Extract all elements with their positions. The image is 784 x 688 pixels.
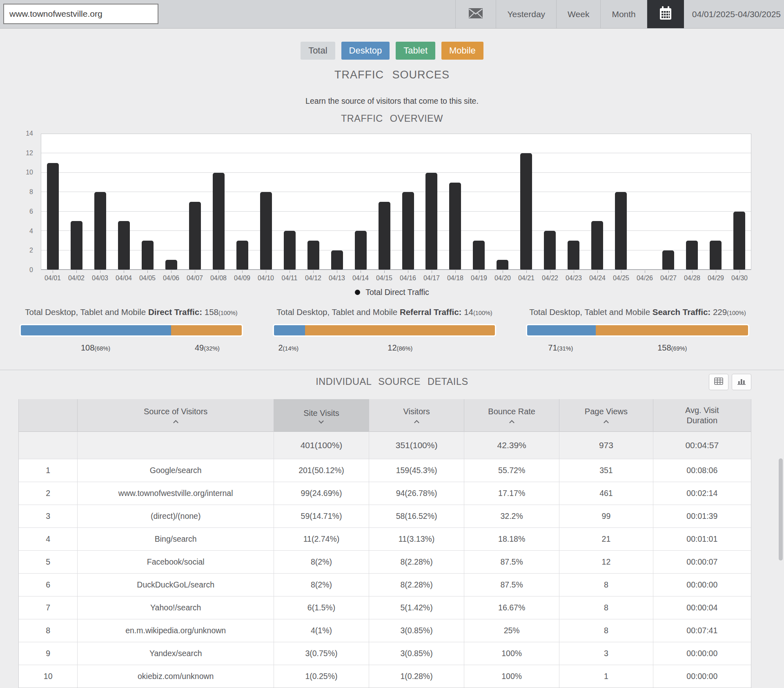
bar-04/14 (355, 231, 367, 270)
summary-segment (596, 325, 748, 335)
cell: 99 (559, 505, 653, 527)
bar-slot (89, 134, 112, 270)
bar-slot (443, 134, 467, 270)
summary-split-bar (526, 324, 749, 337)
page-title: TRAFFIC SOURCES (0, 69, 784, 81)
traffic-summaries: Total Desktop, Tablet and Mobile Direct … (20, 307, 749, 353)
bar-04/08 (213, 173, 225, 270)
range-button-month[interactable]: Month (600, 0, 646, 28)
x-tick-label: 04/07 (183, 270, 207, 282)
bar-04/22 (544, 231, 556, 270)
segment-pct: (69%) (671, 345, 687, 352)
cell: 159(45.3%) (369, 459, 464, 482)
calendar-button[interactable] (647, 0, 684, 28)
summary-title-bold: Referral Traffic: (400, 307, 462, 317)
col-header-visitors[interactable]: Visitors (369, 399, 464, 431)
traffic-summary-referral-traffic: Total Desktop, Tablet and Mobile Referra… (273, 307, 496, 353)
mail-button[interactable] (455, 0, 496, 28)
cell: 100% (464, 665, 559, 688)
segment-count: 158 (657, 343, 671, 352)
bar-slot (562, 134, 586, 270)
bar-slot (514, 134, 538, 270)
chart-view-button[interactable] (732, 374, 751, 390)
chart-x-axis: 04/0104/0204/0304/0404/0504/0604/0704/08… (41, 270, 751, 282)
x-tick-label: 04/08 (207, 270, 230, 282)
col-header-site-visits[interactable]: Site Visits (274, 399, 369, 431)
summary-title-bold: Direct Traffic: (148, 307, 202, 317)
sort-up-icon (604, 420, 609, 425)
x-tick-label: 04/19 (467, 270, 491, 282)
filter-desktop[interactable]: Desktop (341, 42, 390, 60)
x-tick-label: 04/13 (325, 270, 349, 282)
range-button-week[interactable]: Week (556, 0, 600, 28)
bar-04/09 (236, 241, 248, 270)
col-header-source-of-visitors[interactable]: Source of Visitors (77, 399, 274, 431)
cell: 55.72% (464, 459, 559, 482)
col-header-label: Source of Visitors (144, 407, 207, 417)
page-subtitle: Learn the source of visitors that come t… (0, 96, 784, 106)
summary-split-bar (20, 324, 243, 337)
bar-04/25 (615, 192, 627, 270)
cell: 100% (464, 642, 559, 665)
bar-slot (656, 134, 680, 270)
filter-tablet[interactable]: Tablet (396, 42, 435, 60)
bar-04/03 (94, 192, 106, 270)
cell: 00:01:01 (653, 527, 751, 550)
x-tick-label: 04/03 (88, 270, 112, 282)
x-tick-label: 04/09 (230, 270, 254, 282)
cell: 3(0.85%) (369, 619, 464, 642)
segment-count: 108 (81, 343, 94, 352)
scrollbar-thumb[interactable] (779, 458, 783, 561)
legend-item-total-direct-traffic[interactable]: Total Direct Traffic (0, 288, 784, 297)
range-button-yesterday[interactable]: Yesterday (496, 0, 556, 28)
bar-04/29 (710, 241, 722, 270)
x-tick-label: 04/12 (301, 270, 325, 282)
cell: 461 (559, 482, 653, 505)
summary-segment (527, 325, 596, 335)
bar-slot (301, 134, 325, 270)
totals-cell: 351(100%) (369, 431, 464, 459)
cell: 1 (559, 665, 653, 688)
cell: 5 (19, 550, 77, 573)
col-header-bounce-rate[interactable]: Bounce Rate (464, 399, 559, 431)
segment-pct: (68%) (94, 345, 110, 352)
bar-slot (491, 134, 514, 270)
date-range[interactable]: 04/01/2025-04/30/2025 (684, 0, 784, 28)
cell-source: okiebiz.com/unknown (77, 665, 274, 688)
summary-segment-value: 2(14%) (273, 343, 304, 353)
table-view-button[interactable] (709, 374, 728, 390)
y-tick-label: 0 (0, 266, 38, 274)
summary-segment (21, 325, 171, 335)
x-tick-label: 04/27 (657, 270, 680, 282)
url-input[interactable] (3, 4, 158, 24)
x-tick-label: 04/22 (538, 270, 562, 282)
col-header-blank[interactable] (19, 399, 77, 431)
table-header-row: Source of VisitorsSite VisitsVisitorsBou… (19, 399, 751, 431)
x-tick-label: 04/05 (136, 270, 159, 282)
cell: 87.5% (464, 550, 559, 573)
summary-split-values: 108(68%)49(32%) (20, 343, 243, 353)
totals-cell: 42.39% (464, 431, 559, 459)
col-header-avg-visit-duration[interactable]: Avg. Visit Duration (653, 399, 751, 431)
cell: 11(2.74%) (274, 527, 369, 550)
cell: 00:07:41 (653, 619, 751, 642)
summary-split-values: 2(14%)12(86%) (273, 343, 496, 353)
cell: 8 (559, 619, 653, 642)
x-tick-label: 04/28 (680, 270, 704, 282)
cell: 351 (559, 459, 653, 482)
summary-segment-value: 71(31%) (526, 343, 595, 353)
col-header-label: Site Visits (303, 408, 339, 418)
col-header-label: Bounce Rate (488, 407, 535, 417)
col-header-page-views[interactable]: Page Views (559, 399, 653, 431)
bar-04/16 (402, 192, 414, 270)
bar-slot (349, 134, 372, 270)
table-row: 2www.townofwestville.org/internal99(24.6… (19, 482, 751, 505)
summary-title-prefix: Total Desktop, Tablet and Mobile (25, 307, 148, 317)
filter-mobile[interactable]: Mobile (441, 42, 483, 60)
summary-title-prefix: Total Desktop, Tablet and Mobile (276, 307, 400, 317)
filter-total[interactable]: Total (301, 42, 335, 60)
cell: 1 (19, 459, 77, 482)
summary-segment-value: 108(68%) (20, 343, 172, 353)
summary-title-prefix: Total Desktop, Tablet and Mobile (529, 307, 653, 317)
totals-cell: 00:04:57 (653, 431, 751, 459)
